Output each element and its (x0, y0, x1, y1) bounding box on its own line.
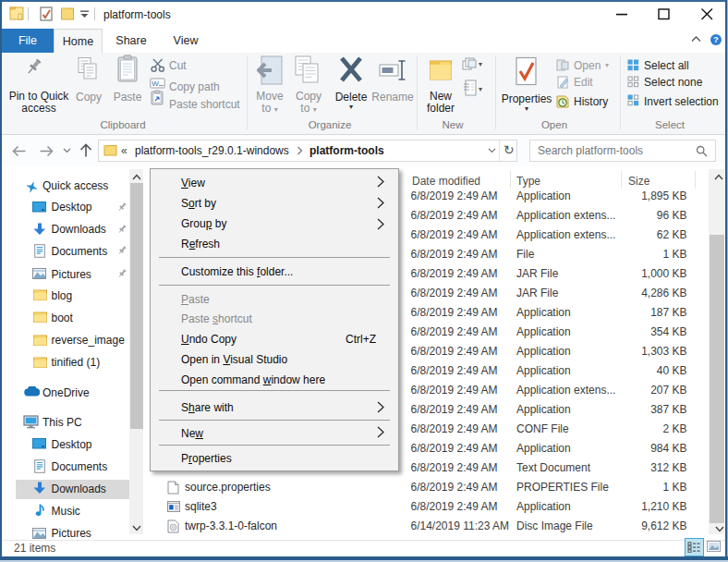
svg-text:W: W (152, 79, 159, 88)
